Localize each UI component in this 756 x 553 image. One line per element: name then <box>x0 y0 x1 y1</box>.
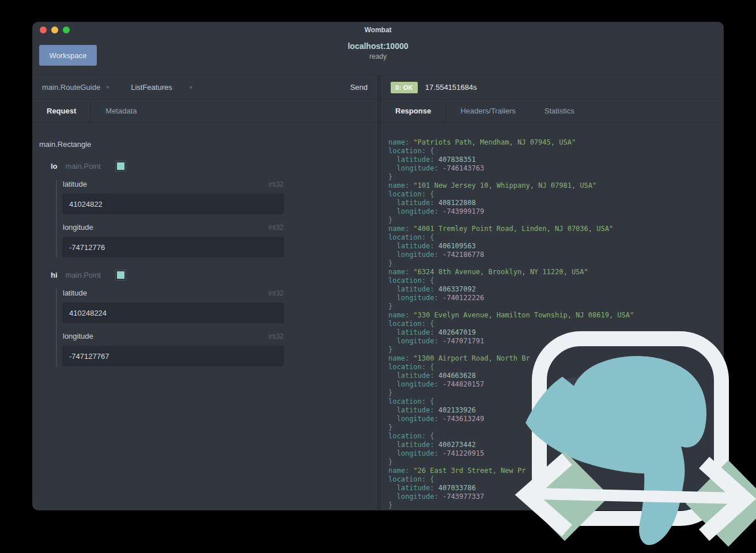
server-address: localhost:10000 <box>32 41 724 51</box>
longitude-input[interactable] <box>62 237 284 257</box>
request-pane: main.RouteGuide ▾ ListFeatures ▾ Send Re… <box>32 75 377 510</box>
code-line: } <box>388 423 724 432</box>
request-form: main.Rectangle lomain.Pointlatitudeint32… <box>32 123 377 510</box>
code-line: longitude: -743613249 <box>388 415 724 423</box>
code-line: longitude: -744820157 <box>388 380 724 389</box>
code-line: latitude: 407033786 <box>388 484 724 493</box>
field-type-label: int32 <box>269 332 284 340</box>
field-label: longitude <box>63 332 93 340</box>
code-line: location: { <box>388 147 724 156</box>
code-line: location: { <box>388 320 724 328</box>
minimize-window-icon[interactable] <box>51 26 58 33</box>
group-field-type: main.Point <box>66 162 101 171</box>
code-line: location: { <box>388 233 724 242</box>
tab-request[interactable]: Request <box>32 100 91 122</box>
code-line: name: "101 New Jersey 10, Whippany, NJ 0… <box>388 181 724 190</box>
code-line: latitude: 406109563 <box>388 242 724 251</box>
message-type-label: main.Rectangle <box>39 140 377 149</box>
traffic-lights <box>40 26 70 33</box>
field-label: longitude <box>63 223 93 232</box>
field-label: latitude <box>63 180 87 188</box>
code-line: } <box>388 346 724 354</box>
group-enabled-checkbox[interactable] <box>116 161 126 171</box>
close-window-icon[interactable] <box>40 26 47 33</box>
code-line: } <box>388 389 724 397</box>
code-line: location: { <box>388 190 724 199</box>
code-line: latitude: 404663628 <box>388 372 724 380</box>
code-line: latitude: 408122808 <box>388 199 724 207</box>
code-line: } <box>388 458 724 467</box>
field-group-lo: lomain.Pointlatitudeint32longitudeint32 <box>39 161 377 257</box>
code-line: longitude: -740122226 <box>388 294 724 302</box>
code-line: longitude: -746143763 <box>388 164 724 173</box>
chevron-down-icon[interactable]: ▾ <box>190 84 192 90</box>
service-select[interactable]: main.RouteGuide <box>42 83 100 92</box>
code-line: longitude: -747071791 <box>388 337 724 346</box>
zoom-window-icon[interactable] <box>63 26 70 33</box>
code-line: latitude: 402647019 <box>388 328 724 337</box>
code-line: longitude: -743977337 <box>388 493 724 501</box>
code-line: } <box>388 216 724 225</box>
method-select[interactable]: ListFeatures <box>131 83 172 92</box>
code-line: name: "26 East 3rd Street, New Pr <box>388 467 724 475</box>
response-tabs: ResponseHeaders/TrailersStatistics <box>381 100 724 123</box>
group-field-name: lo <box>51 162 58 171</box>
code-line: location: { <box>388 475 724 484</box>
chevron-down-icon[interactable]: ▾ <box>106 84 109 90</box>
code-line: latitude: 406337092 <box>388 285 724 294</box>
code-line: } <box>388 173 724 181</box>
code-line: name: "330 Evelyn Avenue, Hamilton Towns… <box>388 311 724 320</box>
response-pane: 0: OK 17.554151684s ResponseHeaders/Trai… <box>381 75 724 510</box>
field-label: latitude <box>63 289 87 297</box>
response-toolbar: 0: OK 17.554151684s <box>381 75 724 100</box>
latitude-input[interactable] <box>62 194 284 214</box>
code-line: location: { <box>388 276 724 285</box>
code-line: name: "Patriots Path, Mendham, NJ 07945,… <box>388 138 724 147</box>
code-line: } <box>388 501 724 510</box>
field-type-label: int32 <box>269 180 284 188</box>
code-line: location: { <box>388 363 724 372</box>
code-line: } <box>388 259 724 268</box>
tab-headers-trailers[interactable]: Headers/Trailers <box>446 100 530 122</box>
code-line: longitude: -743999179 <box>388 207 724 216</box>
tab-statistics[interactable]: Statistics <box>530 100 589 122</box>
field-type-label: int32 <box>269 224 284 232</box>
code-line: location: { <box>388 432 724 441</box>
window-title: Wombat <box>364 26 391 34</box>
request-toolbar: main.RouteGuide ▾ ListFeatures ▾ Send <box>32 75 377 100</box>
code-line: latitude: 407838351 <box>388 156 724 164</box>
title-bar: Wombat <box>32 22 724 38</box>
tab-response[interactable]: Response <box>381 100 446 122</box>
code-line: name: "4001 Tremley Point Road, Linden, … <box>388 225 724 233</box>
longitude-input[interactable] <box>62 346 284 366</box>
status-badge: 0: OK <box>391 82 418 93</box>
connection-status: ready <box>32 52 724 60</box>
code-line: location: { <box>388 397 724 406</box>
code-line: latitude: 402133926 <box>388 406 724 415</box>
connection-info: localhost:10000 ready <box>32 41 724 60</box>
duration-label: 17.554151684s <box>425 83 477 92</box>
code-line: latitude: 400273442 <box>388 441 724 449</box>
field-type-label: int32 <box>269 289 284 297</box>
code-line: name: "1300 Airport Road, North Br <box>388 354 724 363</box>
code-line: name: "6324 8th Avenue, Brooklyn, NY 112… <box>388 268 724 276</box>
app-window: Wombat Workspace localhost:10000 ready m… <box>32 22 724 510</box>
request-tabs: RequestMetadata <box>32 100 377 123</box>
code-line: longitude: -742186778 <box>388 251 724 259</box>
field-group-hi: himain.Pointlatitudeint32longitudeint32 <box>39 270 377 366</box>
send-button[interactable]: Send <box>350 83 368 92</box>
response-body: name: "Patriots Path, Mendham, NJ 07945,… <box>381 123 724 510</box>
group-enabled-checkbox[interactable] <box>116 270 126 280</box>
group-field-name: hi <box>51 271 58 279</box>
latitude-input[interactable] <box>62 302 284 323</box>
code-line: longitude: -741220915 <box>388 449 724 458</box>
group-field-type: main.Point <box>66 271 101 279</box>
tab-metadata[interactable]: Metadata <box>91 100 151 122</box>
code-line: } <box>388 302 724 311</box>
header: Workspace localhost:10000 ready <box>32 38 724 75</box>
